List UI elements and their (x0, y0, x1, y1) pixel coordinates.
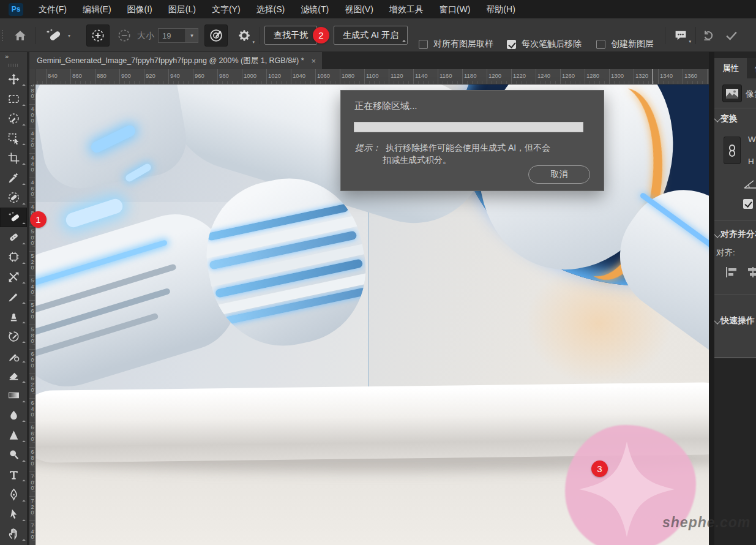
tab-properties[interactable]: 属性 (714, 58, 747, 78)
menu-item[interactable]: 文件(F) (31, 0, 75, 18)
spot-healing-brush-tool[interactable] (0, 208, 27, 227)
blur-tool-icon (7, 409, 20, 422)
menu-item[interactable]: 滤镜(T) (293, 0, 337, 18)
ruler-label: 920 (146, 72, 155, 79)
checkbox-box[interactable] (596, 40, 605, 49)
align-label: 对齐: (716, 247, 735, 258)
gradient-tool[interactable] (0, 386, 27, 405)
mixer-brush-tool[interactable] (0, 346, 27, 366)
transform-checkbox[interactable] (743, 199, 753, 209)
history-brush-tool-icon (7, 330, 20, 343)
quick-actions-section-header[interactable]: 快速操作 (720, 315, 755, 326)
ruler-label: 900 (121, 72, 131, 79)
commit-check-icon[interactable] (721, 24, 742, 47)
move-tool[interactable] (0, 69, 27, 89)
find-distractions-button[interactable]: 查找干扰 (264, 26, 317, 45)
remove-tool[interactable] (0, 188, 27, 208)
gear-icon[interactable]: ▾ (233, 24, 256, 47)
divider (695, 27, 696, 44)
content-aware-move-tool[interactable] (0, 267, 27, 287)
toolbar-collapse-button[interactable]: » (0, 52, 27, 61)
checkbox-box[interactable] (419, 40, 428, 49)
ruler-label: 1000 (244, 72, 256, 79)
create-new-layer-checkbox[interactable]: 创建新图层 (596, 39, 654, 50)
healing-brush-tool-icon (7, 231, 20, 244)
path-selection-tool[interactable] (0, 505, 27, 524)
menu-item[interactable]: 帮助(H) (478, 0, 523, 18)
flyout-indicator (22, 302, 26, 306)
current-tool-icon[interactable] (40, 24, 65, 47)
ruler-label: 1180 (464, 72, 476, 79)
subtract-from-selection-button[interactable] (113, 24, 136, 47)
pen-tool-icon (7, 488, 20, 501)
flyout-indicator (22, 84, 26, 88)
blur-tool[interactable] (0, 405, 27, 425)
clone-stamp-tool[interactable] (0, 307, 27, 326)
crop-tool[interactable] (0, 148, 27, 168)
healing-brush-tool[interactable] (0, 227, 27, 247)
feedback-comment-icon[interactable]: ▾ (670, 24, 692, 47)
align-left-icon[interactable] (725, 267, 738, 277)
flyout-indicator (22, 183, 26, 187)
sample-all-layers-checkbox[interactable]: 对所有图层取样 (419, 39, 493, 50)
generative-ai-label: 生成式 AI 开启 (343, 30, 399, 41)
history-brush-tool[interactable] (0, 326, 27, 346)
menu-item[interactable]: 增效工具 (381, 0, 432, 18)
crop-tool-icon (7, 152, 20, 165)
cancel-button[interactable]: 取消 (528, 165, 590, 184)
menu-item[interactable]: 窗口(W) (432, 0, 479, 18)
flyout-indicator (22, 421, 26, 424)
add-to-selection-button[interactable] (86, 24, 110, 47)
size-input[interactable] (158, 28, 186, 43)
align-section-header[interactable]: 对齐并分布 (720, 229, 756, 240)
revert-icon[interactable] (698, 24, 719, 47)
ruler-label: 1140 (415, 72, 427, 79)
ruler-label: 840 (48, 72, 58, 79)
document-tab[interactable]: Gemini_Generated_Image_7fppyh7fppyh7fpp.… (29, 52, 322, 69)
tab-info[interactable]: 信息 (747, 58, 756, 78)
menu-item[interactable]: 图层(L) (160, 0, 204, 18)
hand-tool[interactable] (0, 524, 27, 544)
layer-thumbnail[interactable] (722, 85, 742, 102)
rectangular-marquee-tool[interactable] (0, 89, 27, 108)
menu-item[interactable]: 选择(S) (249, 0, 293, 18)
brush-settings-button[interactable] (204, 24, 228, 47)
height-label: H (748, 157, 754, 166)
horizontal-ruler[interactable]: 8408608809009209409609801000102010401060… (29, 69, 709, 85)
ruler-label: 1320 (635, 72, 648, 79)
hand-tool-icon (7, 527, 20, 540)
object-selection-tool[interactable] (0, 129, 27, 148)
remove-after-stroke-checkbox[interactable]: 每次笔触后移除 (507, 39, 582, 50)
ruler-cursor-indicator (653, 69, 653, 85)
eraser-tool[interactable] (0, 366, 27, 385)
ruler-label: 7 0 0 (29, 474, 36, 492)
tool-preset-chevron[interactable]: ▾ (66, 33, 72, 39)
pen-tool[interactable] (0, 484, 27, 504)
menu-item[interactable]: 编辑(E) (75, 0, 119, 18)
brush-tool[interactable] (0, 287, 27, 306)
flyout-indicator (22, 539, 26, 543)
menu-item[interactable]: 文字(Y) (204, 0, 249, 18)
link-dimensions-icon[interactable] (724, 137, 741, 164)
align-center-icon[interactable] (747, 267, 756, 277)
lasso-tool[interactable] (0, 109, 27, 129)
type-tool[interactable] (0, 465, 27, 484)
ruler-label: 4 0 0 (29, 107, 36, 124)
patch-tool[interactable] (0, 247, 27, 267)
menu-item[interactable]: 图像(I) (119, 0, 160, 18)
sharpen-tool[interactable] (0, 425, 27, 445)
dodge-tool[interactable] (0, 445, 27, 465)
size-dropdown-chevron[interactable]: ▾ (186, 28, 198, 43)
generative-ai-button[interactable]: 生成式 AI 开启 (334, 26, 408, 45)
home-button[interactable] (10, 24, 31, 47)
rectangular-marquee-tool-icon (7, 92, 20, 105)
divider (36, 27, 36, 44)
watermark: shephe.com (662, 514, 750, 531)
tab-close-icon[interactable]: × (312, 56, 316, 66)
ruler-label: 6 8 0 (29, 449, 36, 467)
vertical-ruler[interactable]: 3 8 04 0 04 2 04 4 04 6 04 8 05 0 05 2 0… (29, 85, 36, 545)
transform-section-header[interactable]: 变换 (720, 113, 738, 124)
menu-item[interactable]: 视图(V) (337, 0, 381, 18)
checkbox-box[interactable] (507, 40, 516, 49)
eyedropper-tool[interactable] (0, 168, 27, 187)
